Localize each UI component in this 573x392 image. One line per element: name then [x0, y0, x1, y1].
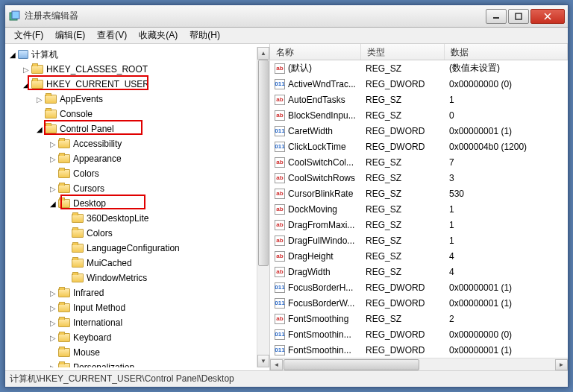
collapse-arrow-icon[interactable]: ◢: [8, 50, 17, 59]
string-value-icon: ab: [275, 189, 285, 199]
column-header-type[interactable]: 类型: [361, 44, 445, 60]
value-type: REG_SZ: [361, 312, 445, 326]
tree-node-hkey-classes-root[interactable]: ▷HKEY_CLASSES_ROOT: [5, 62, 257, 77]
expand-arrow-icon[interactable]: ▷: [35, 95, 44, 104]
registry-value-row[interactable]: abAutoEndTasksREG_SZ1: [270, 92, 568, 107]
dword-value-icon: 011: [275, 126, 285, 136]
dword-value-icon: 011: [275, 329, 285, 340]
registry-value-row[interactable]: ab(默认)REG_SZ(数值未设置): [270, 60, 568, 76]
tree-node-cursors[interactable]: ▷Cursors: [5, 181, 257, 196]
menu-view[interactable]: 查看(V): [91, 28, 133, 43]
registry-value-row[interactable]: abBlockSendInpu...REG_SZ0: [270, 107, 568, 123]
tree-node-colors[interactable]: Colors: [5, 226, 257, 241]
string-value-icon: ab: [275, 314, 285, 324]
scroll-track[interactable]: [257, 60, 269, 355]
registry-value-row[interactable]: 011FontSmoothin...REG_DWORD0x00000001 (1…: [270, 342, 568, 358]
string-value-icon: ab: [275, 267, 285, 277]
registry-value-row[interactable]: 011ActiveWndTrac...REG_DWORD0x00000000 (…: [270, 76, 568, 92]
titlebar[interactable]: 注册表编辑器: [5, 5, 568, 28]
registry-value-row[interactable]: abCoolSwitchRowsREG_SZ3: [270, 170, 568, 186]
value-data: 0x00000001 (1): [445, 281, 568, 294]
registry-value-row[interactable]: 011ClickLockTimeREG_DWORD0x000004b0 (120…: [270, 139, 568, 154]
tree-label: Accessibility: [73, 139, 122, 149]
folder-icon: [72, 229, 84, 238]
registry-value-row[interactable]: abCoolSwitchCol...REG_SZ7: [270, 154, 568, 170]
value-type: REG_SZ: [361, 234, 445, 247]
registry-value-row[interactable]: 011CaretWidthREG_DWORD0x00000001 (1): [270, 123, 568, 139]
tree-node-360desktoplite[interactable]: 360DesktopLite: [5, 211, 257, 226]
list-header[interactable]: 名称 类型 数据: [270, 44, 568, 60]
tree-panel[interactable]: ◢计算机▷HKEY_CLASSES_ROOT◢HKEY_CURRENT_USER…: [5, 44, 270, 370]
minimize-button[interactable]: [486, 9, 507, 24]
menu-file[interactable]: 文件(F): [8, 28, 49, 43]
folder-icon: [58, 199, 70, 208]
scroll-thumb[interactable]: [258, 60, 269, 266]
expand-arrow-icon[interactable]: ▷: [48, 154, 57, 163]
tree-node-languageconfiguration[interactable]: LanguageConfiguration: [5, 241, 257, 256]
close-button[interactable]: [530, 9, 565, 24]
scroll-right-button[interactable]: ►: [555, 359, 568, 370]
tree-node-console[interactable]: Console: [5, 107, 257, 121]
registry-value-row[interactable]: abDockMovingREG_SZ1: [270, 201, 568, 217]
registry-value-row[interactable]: 011FocusBorderH...REG_DWORD0x00000001 (1…: [270, 279, 568, 295]
registry-value-row[interactable]: abFontSmoothingREG_SZ2: [270, 311, 568, 326]
tree-node-mouse[interactable]: Mouse: [5, 345, 257, 360]
expand-arrow-icon[interactable]: ▷: [48, 184, 57, 193]
list-horizontal-scrollbar[interactable]: ◄ ►: [270, 358, 568, 370]
column-header-data[interactable]: 数据: [445, 44, 568, 60]
collapse-arrow-icon[interactable]: ◢: [48, 199, 57, 208]
expand-arrow-icon[interactable]: ▷: [48, 363, 57, 367]
registry-value-row[interactable]: abDragWidthREG_SZ4: [270, 264, 568, 279]
scroll-down-button[interactable]: ▼: [257, 355, 269, 367]
expand-arrow-icon[interactable]: ▷: [48, 318, 57, 327]
value-type: REG_DWORD: [361, 297, 445, 310]
value-name: CoolSwitchCol...: [288, 157, 354, 168]
registry-value-row[interactable]: 011FocusBorderW...REG_DWORD0x00000001 (1…: [270, 295, 568, 311]
tree-label: Appearance: [73, 154, 122, 164]
registry-value-row[interactable]: abDragFullWindo...REG_SZ1: [270, 233, 568, 248]
expand-arrow-icon[interactable]: ▷: [48, 288, 57, 297]
column-header-name[interactable]: 名称: [270, 44, 361, 60]
registry-value-row[interactable]: abDragFromMaxi...REG_SZ1: [270, 217, 568, 233]
tree-node-hkey-current-user[interactable]: ◢HKEY_CURRENT_USER: [5, 77, 257, 92]
hscroll-thumb[interactable]: [284, 359, 419, 370]
tree-node-infrared[interactable]: ▷Infrared: [5, 285, 257, 300]
value-name: DockMoving: [288, 204, 337, 215]
menu-help[interactable]: 帮助(H): [184, 28, 226, 43]
tree-node-personalization[interactable]: ▷Personalization: [5, 360, 257, 367]
tree-vertical-scrollbar[interactable]: ▲ ▼: [257, 47, 269, 367]
tree-node-windowmetrics[interactable]: WindowMetrics: [5, 271, 257, 285]
tree-node--[interactable]: ◢计算机: [5, 47, 257, 62]
expand-arrow-icon[interactable]: ▷: [22, 65, 31, 74]
tree-node-desktop[interactable]: ◢Desktop: [5, 196, 257, 211]
list-body[interactable]: ab(默认)REG_SZ(数值未设置)011ActiveWndTrac...RE…: [270, 60, 568, 358]
hscroll-track[interactable]: [284, 359, 554, 370]
expand-arrow-icon[interactable]: ▷: [48, 333, 57, 342]
folder-icon: [58, 318, 70, 327]
tree-node-appearance[interactable]: ▷Appearance: [5, 151, 257, 166]
value-name: FontSmoothin...: [288, 329, 351, 340]
tree-node-colors[interactable]: Colors: [5, 166, 257, 181]
tree-node-control-panel[interactable]: ◢Control Panel: [5, 121, 257, 136]
menu-edit[interactable]: 编辑(E): [49, 28, 91, 43]
expand-arrow-icon[interactable]: ▷: [48, 139, 57, 148]
collapse-arrow-icon[interactable]: ◢: [35, 124, 44, 133]
tree-node-muicached[interactable]: MuiCached: [5, 256, 257, 271]
scroll-up-button[interactable]: ▲: [257, 47, 269, 60]
dword-value-icon: 011: [275, 345, 285, 355]
tree-node-keyboard[interactable]: ▷Keyboard: [5, 330, 257, 345]
value-type: REG_DWORD: [361, 140, 445, 154]
tree-label: Mouse: [73, 347, 100, 358]
registry-value-row[interactable]: abCursorBlinkRateREG_SZ530: [270, 186, 568, 201]
tree-node-appevents[interactable]: ▷AppEvents: [5, 92, 257, 107]
registry-value-row[interactable]: 011FontSmoothin...REG_DWORD0x00000000 (0…: [270, 326, 568, 342]
tree-node-accessibility[interactable]: ▷Accessibility: [5, 136, 257, 151]
menu-favorites[interactable]: 收藏夹(A): [133, 28, 184, 43]
expand-arrow-icon[interactable]: ▷: [48, 303, 57, 312]
scroll-left-button[interactable]: ◄: [270, 359, 283, 370]
tree-node-international[interactable]: ▷International: [5, 315, 257, 330]
tree-node-input-method[interactable]: ▷Input Method: [5, 300, 257, 315]
registry-value-row[interactable]: abDragHeightREG_SZ4: [270, 248, 568, 264]
maximize-button[interactable]: [508, 9, 529, 24]
collapse-arrow-icon[interactable]: ◢: [22, 80, 31, 89]
